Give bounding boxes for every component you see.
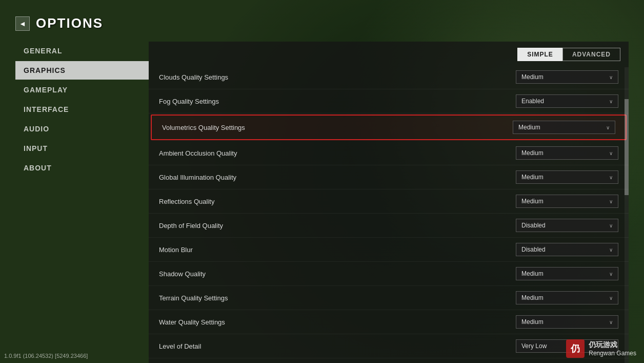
sidebar-item-gameplay[interactable]: GAMEPLAY xyxy=(15,81,149,99)
setting-value-clouds-quality: Medium xyxy=(521,73,544,81)
scrollbar-thumb[interactable] xyxy=(625,99,629,195)
sidebar-item-audio[interactable]: AUDIO xyxy=(15,120,149,138)
settings-list: Clouds Quality Settings Medium ∨ Fog Qua… xyxy=(149,61,629,363)
setting-value-volumetrics-quality: Medium xyxy=(518,124,540,131)
setting-dropdown-ambient-occlusion[interactable]: Medium ∨ xyxy=(516,146,618,160)
chevron-down-icon: ∨ xyxy=(609,74,613,80)
chevron-down-icon: ∨ xyxy=(609,247,613,253)
tabs-bar: SIMPLE ADVANCED xyxy=(149,42,629,61)
setting-row-global-illumination: Global Illumination Quality Medium ∨ xyxy=(149,165,629,189)
watermark-text: 仍玩游戏 Rengwan Games xyxy=(589,340,636,357)
setting-value-shadow-quality: Medium xyxy=(521,270,544,277)
setting-dropdown-volumetrics-quality[interactable]: Medium ∨ xyxy=(513,121,615,134)
setting-label-volumetrics-quality: Volumetrics Quality Settings xyxy=(162,124,513,131)
setting-label-reflections-quality: Reflections Quality xyxy=(159,198,516,205)
setting-label-motion-blur: Motion Blur xyxy=(159,246,516,254)
setting-row-terrain-quality: Terrain Quality Settings Medium ∨ xyxy=(149,286,629,310)
sidebar-item-input[interactable]: INPUT xyxy=(15,139,149,158)
watermark: 仍 仍玩游戏 Rengwan Games xyxy=(566,339,636,358)
setting-row-shadow-quality: Shadow Quality Medium ∨ xyxy=(149,262,629,286)
setting-dropdown-depth-of-field[interactable]: Disabled ∨ xyxy=(516,219,618,232)
setting-dropdown-fog-quality[interactable]: Enabled ∨ xyxy=(516,94,618,108)
setting-row-ambient-occlusion: Ambient Occlusion Quality Medium ∨ xyxy=(149,141,629,165)
setting-value-motion-blur: Disabled xyxy=(521,246,546,253)
setting-dropdown-water-quality[interactable]: Medium ∨ xyxy=(516,315,618,329)
chevron-down-icon: ∨ xyxy=(609,271,613,277)
chevron-down-icon: ∨ xyxy=(606,125,610,130)
setting-dropdown-shadow-quality[interactable]: Medium ∨ xyxy=(516,267,618,280)
setting-row-clouds-quality: Clouds Quality Settings Medium ∨ xyxy=(149,65,629,89)
sidebar-item-about[interactable]: ABOUT xyxy=(15,159,149,177)
setting-dropdown-motion-blur[interactable]: Disabled ∨ xyxy=(516,243,618,256)
setting-value-ambient-occlusion: Medium xyxy=(521,149,544,157)
setting-row-reflections-quality: Reflections Quality Medium ∨ xyxy=(149,189,629,214)
setting-value-level-of-detail: Very Low xyxy=(521,342,547,350)
sidebar-item-graphics[interactable]: GRAPHICS xyxy=(15,61,149,80)
setting-label-water-quality: Water Quality Settings xyxy=(159,318,516,326)
setting-dropdown-clouds-quality[interactable]: Medium ∨ xyxy=(516,70,618,84)
setting-row-depth-of-field: Depth of Field Quality Disabled ∨ xyxy=(149,214,629,238)
setting-row-fog-quality: Fog Quality Settings Enabled ∨ xyxy=(149,89,629,113)
tab-simple[interactable]: SIMPLE xyxy=(517,48,562,61)
setting-dropdown-global-illumination[interactable]: Medium ∨ xyxy=(516,170,618,184)
sidebar-item-general[interactable]: GENERAL xyxy=(15,42,149,60)
setting-value-water-quality: Medium xyxy=(521,318,544,326)
setting-value-fog-quality: Enabled xyxy=(521,98,544,105)
scrollbar-track[interactable] xyxy=(625,67,629,363)
sidebar-item-interface[interactable]: INTERFACE xyxy=(15,100,149,119)
chevron-down-icon: ∨ xyxy=(609,199,613,204)
setting-value-global-illumination: Medium xyxy=(521,174,544,181)
setting-label-clouds-quality: Clouds Quality Settings xyxy=(159,73,516,81)
setting-label-terrain-quality: Terrain Quality Settings xyxy=(159,294,516,302)
back-button[interactable]: ◄ xyxy=(15,16,30,31)
setting-label-depth-of-field: Depth of Field Quality xyxy=(159,222,516,230)
setting-label-global-illumination: Global Illumination Quality xyxy=(159,174,516,181)
status-bar: 1.0.9f1 (106.24532) [5249.23466] xyxy=(4,353,88,359)
title-bar: ◄ OPTIONS xyxy=(15,15,629,31)
setting-value-reflections-quality: Medium xyxy=(521,198,544,205)
sidebar: GENERAL GRAPHICS GAMEPLAY INTERFACE AUDI… xyxy=(15,42,149,363)
chevron-down-icon: ∨ xyxy=(609,99,613,104)
options-panel: ◄ OPTIONS GENERAL GRAPHICS GAMEPLAY INTE… xyxy=(15,15,629,348)
setting-dropdown-reflections-quality[interactable]: Medium ∨ xyxy=(516,195,618,208)
watermark-line2: Rengwan Games xyxy=(589,350,636,357)
setting-value-depth-of-field: Disabled xyxy=(521,222,546,229)
content-area: GENERAL GRAPHICS GAMEPLAY INTERFACE AUDI… xyxy=(15,42,629,363)
main-content: SIMPLE ADVANCED Clouds Quality Settings … xyxy=(149,42,629,363)
setting-label-level-of-detail: Level of Detail xyxy=(159,342,516,350)
setting-label-fog-quality: Fog Quality Settings xyxy=(159,98,516,105)
setting-row-water-quality: Water Quality Settings Medium ∨ xyxy=(149,310,629,334)
setting-label-shadow-quality: Shadow Quality xyxy=(159,270,516,278)
setting-label-ambient-occlusion: Ambient Occlusion Quality xyxy=(159,149,516,157)
watermark-logo: 仍 xyxy=(566,339,585,358)
setting-dropdown-terrain-quality[interactable]: Medium ∨ xyxy=(516,291,618,304)
tab-advanced[interactable]: ADVANCED xyxy=(562,48,620,61)
page-title: OPTIONS xyxy=(36,15,103,31)
setting-row-level-of-detail: Level of Detail Very Low ∨ xyxy=(149,334,629,358)
watermark-line1: 仍玩游戏 xyxy=(589,340,636,350)
chevron-down-icon: ∨ xyxy=(609,223,613,228)
chevron-down-icon: ∨ xyxy=(609,150,613,156)
chevron-down-icon: ∨ xyxy=(609,319,613,325)
chevron-down-icon: ∨ xyxy=(609,295,613,301)
setting-value-terrain-quality: Medium xyxy=(521,294,544,301)
chevron-down-icon: ∨ xyxy=(609,175,613,180)
setting-row-volumetrics-quality: Volumetrics Quality Settings Medium ∨ xyxy=(151,114,627,140)
setting-row-motion-blur: Motion Blur Disabled ∨ xyxy=(149,238,629,262)
setting-row-animation-quality: Animation Quality Medium ∨ xyxy=(149,358,629,363)
